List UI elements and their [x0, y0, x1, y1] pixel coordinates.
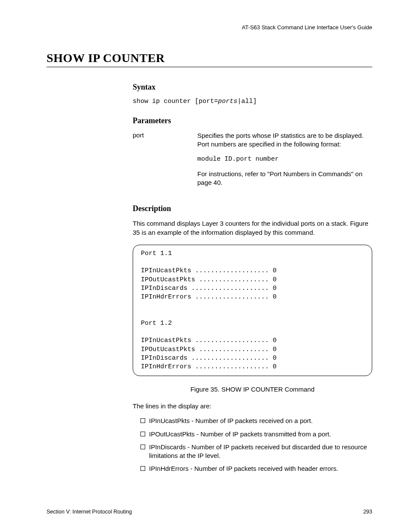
figure-box: Port 1.1 IPInUcastPkts .................…	[133, 245, 372, 376]
syntax-italic: ports	[218, 98, 237, 105]
list-item: IPOutUcastPkts - Number of IP packets tr…	[140, 430, 372, 439]
page-footer: Section V: Internet Protocol Routing 293	[47, 509, 372, 515]
parameter-row: port Specifies the ports whose IP statis…	[133, 131, 372, 193]
parameter-name: port	[133, 131, 197, 193]
syntax-heading: Syntax	[133, 83, 372, 92]
syntax-line: show ip counter [port=ports|all]	[133, 98, 372, 105]
list-item: IPInDiscards - Number of IP packets rece…	[140, 443, 372, 460]
list-item: IPInUcastPkts - Number of IP packets rec…	[140, 417, 372, 425]
content-area: Syntax show ip counter [port=ports|all] …	[133, 83, 372, 473]
list-item: IPInHdrErrors - Number of IP packets rec…	[140, 464, 372, 473]
figure-caption: Figure 35. SHOW IP COUNTER Command	[133, 386, 372, 393]
param-desc-code: module ID.port number	[197, 155, 372, 164]
parameters-heading: Parameters	[133, 116, 372, 125]
syntax-prefix: show ip counter [port=	[133, 98, 218, 105]
footer-page-number: 293	[363, 509, 372, 515]
description-body: This command displays Layer 3 counters f…	[133, 219, 372, 237]
syntax-suffix: |all]	[237, 98, 257, 105]
lines-intro: The lines in the display are:	[133, 402, 372, 410]
param-desc-text-2: For instructions, refer to "Port Numbers…	[197, 170, 372, 187]
bullet-list: IPInUcastPkts - Number of IP packets rec…	[133, 417, 372, 473]
footer-section: Section V: Internet Protocol Routing	[47, 509, 132, 515]
page: AT-S63 Stack Command Line Interface User…	[0, 0, 411, 532]
param-desc-text-1: Specifies the ports whose IP statistics …	[197, 131, 372, 149]
running-head: AT-S63 Stack Command Line Interface User…	[47, 24, 372, 31]
page-title: SHOW IP COUNTER	[47, 51, 372, 67]
description-heading: Description	[133, 204, 372, 213]
parameter-description: Specifies the ports whose IP statistics …	[197, 131, 372, 193]
